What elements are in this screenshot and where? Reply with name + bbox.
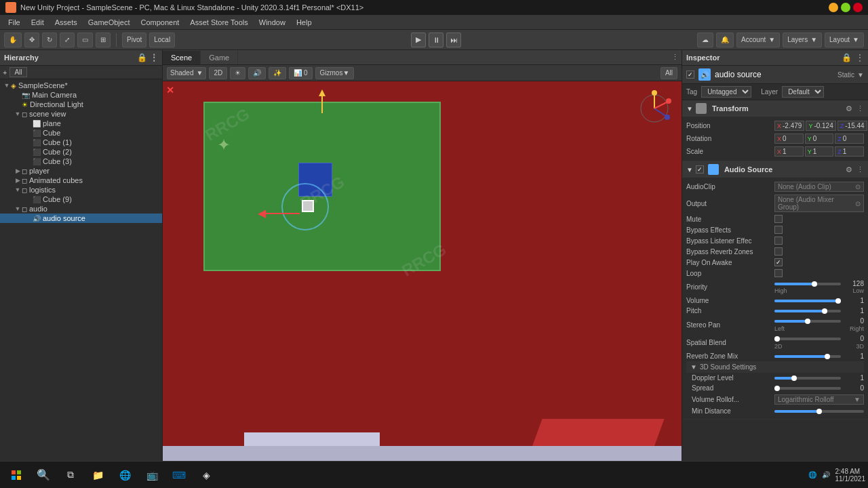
transform-more-icon[interactable]: ⋮ [856,104,864,113]
bypass-listener-checkbox[interactable] [774,237,783,245]
lock-icon[interactable]: 🔒 [137,53,147,62]
menu-window[interactable]: Window [254,17,291,28]
menu-gameobject[interactable]: GameObject [83,17,136,28]
spatial-slider[interactable] [774,338,841,340]
audio-source-enable[interactable] [696,165,704,174]
tag-dropdown[interactable]: Untagged [701,86,751,98]
inspector-more-icon[interactable]: ⋮ [856,53,864,62]
explorer-button[interactable]: 📁 [84,464,111,487]
volume-slider[interactable] [774,300,841,302]
rolloff-field[interactable]: Logarithmic Rolloff ▼ [774,394,864,405]
menu-asset-store-tools[interactable]: Asset Store Tools [184,17,253,28]
hand-tool[interactable]: ✋ [4,33,22,47]
vscode-button[interactable]: ⌨ [165,464,193,487]
gizmos-dropdown[interactable]: Gizmos ▼ [315,67,355,79]
menu-assets[interactable]: Assets [50,17,83,28]
output-field[interactable]: None (Audio Mixer Group) ⊙ [774,195,864,212]
scale-tool[interactable]: ⤢ [60,33,75,47]
hierarchy-search-all[interactable]: All [9,67,26,77]
transform-tool[interactable]: ⊞ [96,33,111,47]
2d-button[interactable]: 2D [209,67,227,79]
layer-dropdown[interactable]: Default [782,86,824,98]
menu-component[interactable]: Component [135,17,184,28]
audio-button[interactable]: 🔊 [248,67,266,79]
shading-dropdown[interactable]: Shaded ▼ [167,67,206,79]
hierarchy-item-cube[interactable]: ⬛ Cube [0,128,162,138]
layout-dropdown[interactable]: Layout ▼ [825,33,864,47]
pitch-slider[interactable] [774,310,841,312]
stereo-slider[interactable] [774,320,841,323]
scene-tab[interactable]: Scene [163,51,201,64]
loop-checkbox[interactable] [774,269,783,277]
audio-source-header[interactable]: ▼ Audio Source ⚙ ⋮ [682,161,868,178]
start-button[interactable] [3,464,30,487]
bypass-reverb-checkbox[interactable] [774,247,783,256]
game-tab[interactable]: Game [201,51,238,64]
hierarchy-item-samplescene[interactable]: ▼ ◈ SampleScene* [0,81,162,90]
object-active-checkbox[interactable] [686,70,694,79]
hierarchy-item-main-camera[interactable]: 📷 Main Camera [0,90,162,100]
more-options-icon[interactable]: ⋮ [150,53,158,62]
cloud-button[interactable]: 🔔 [716,33,734,47]
scene-view[interactable]: ◀ ◁ Persp [163,81,682,473]
3d-sound-header[interactable]: ▼ 3D Sound Settings [686,361,864,373]
hierarchy-item-animated-cubes[interactable]: ▶ ◻ Animated cubes [0,176,162,185]
pivot-button[interactable]: Pivot [122,33,146,47]
layers-dropdown[interactable]: Layers ▼ [783,33,822,47]
transform-settings-icon[interactable]: ⚙ [846,104,852,113]
transform-header[interactable]: ▼ Transform ⚙ ⋮ [682,100,868,117]
doppler-slider[interactable] [774,377,841,380]
rotate-tool[interactable]: ↻ [42,33,57,47]
position-x[interactable]: X -2.479 [774,121,804,131]
maximize-button[interactable] [841,3,850,12]
hierarchy-item-cube9[interactable]: ⬛ Cube (9) [0,195,162,204]
audioclip-field[interactable]: None (Audio Clip) ⊙ [774,182,864,192]
hierarchy-item-audio-source[interactable]: 🔊 audio source [0,214,162,223]
hierarchy-item-plane[interactable]: ⬜ plane [0,119,162,128]
min-distance-slider[interactable] [774,410,864,413]
static-dropdown[interactable]: ▼ [857,71,864,79]
menu-help[interactable]: Help [291,17,317,28]
hierarchy-item-scene-view[interactable]: ▼ ◻ scene view [0,109,162,119]
play-button[interactable]: ▶ [411,33,426,47]
inspector-lock-icon[interactable]: 🔒 [842,53,852,62]
spread-slider[interactable] [774,387,841,390]
browser-button[interactable]: 🌐 [111,464,138,487]
hierarchy-item-cube1[interactable]: ⬛ Cube (1) [0,138,162,147]
scale-x[interactable]: X 1 [774,146,804,157]
stats-button[interactable]: 📊 0 [289,67,312,79]
rect-tool[interactable]: ▭ [77,33,93,47]
fx-button[interactable]: ✨ [269,67,286,79]
hierarchy-item-cube2[interactable]: ⬛ Cube (2) [0,147,162,157]
live-button[interactable]: 📺 [138,464,165,487]
add-hierarchy-button[interactable]: + [3,68,7,77]
scale-z[interactable]: Z 1 [835,146,864,157]
close-button[interactable] [853,3,863,12]
rotation-z[interactable]: Z 0 [835,134,864,144]
local-button[interactable]: Local [149,33,175,47]
priority-slider[interactable] [774,283,841,285]
pause-button[interactable]: ⏸ [429,33,443,47]
bypass-effects-checkbox[interactable] [774,226,783,234]
reverb-slider[interactable] [774,355,841,358]
unity-button[interactable]: ◈ [193,464,220,487]
hierarchy-item-player[interactable]: ▶ ◻ player [0,166,162,176]
hierarchy-item-cube3[interactable]: ⬛ Cube (3) [0,157,162,166]
step-button[interactable]: ⏭ [446,33,461,47]
menu-edit[interactable]: Edit [26,17,50,28]
mute-checkbox[interactable] [774,215,783,223]
audio-settings-icon[interactable]: ⚙ [846,165,852,174]
minimize-button[interactable] [829,3,838,12]
hierarchy-item-logistics[interactable]: ▼ ◻ logistics [0,185,162,195]
account-dropdown[interactable]: Account ▼ [736,33,780,47]
lighting-button[interactable]: ☀ [230,67,245,79]
audio-more-icon[interactable]: ⋮ [856,165,864,174]
object-name[interactable]: audio source [715,70,762,79]
search-taskbar-button[interactable]: 🔍 [30,464,57,487]
move-tool[interactable]: ✥ [24,33,39,47]
position-z[interactable]: Z -15.44 [837,121,867,131]
scene-options[interactable]: ⋮ [669,50,682,64]
collab-button[interactable]: ☁ [697,33,713,47]
hierarchy-item-audio[interactable]: ▼ ◻ audio [0,204,162,214]
rotation-x[interactable]: X 0 [774,134,804,144]
